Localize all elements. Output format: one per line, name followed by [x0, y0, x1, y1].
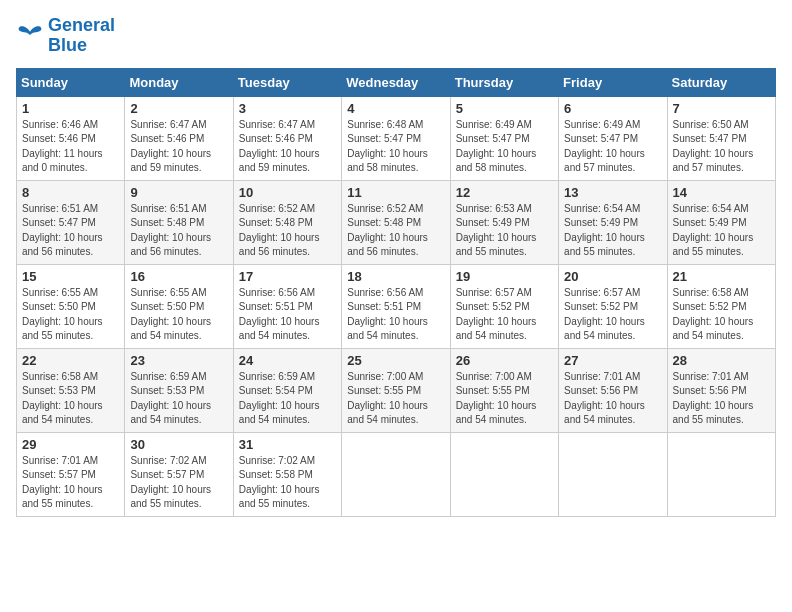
day-info: Sunrise: 6:47 AMSunset: 5:46 PMDaylight:… [130, 118, 227, 176]
day-info: Sunrise: 6:56 AMSunset: 5:51 PMDaylight:… [239, 286, 336, 344]
day-number: 5 [456, 101, 553, 116]
weekday-header: Sunday [17, 68, 125, 96]
day-number: 3 [239, 101, 336, 116]
day-number: 1 [22, 101, 119, 116]
calendar-cell: 26Sunrise: 7:00 AMSunset: 5:55 PMDayligh… [450, 348, 558, 432]
calendar-cell [559, 432, 667, 516]
day-number: 31 [239, 437, 336, 452]
day-info: Sunrise: 6:55 AMSunset: 5:50 PMDaylight:… [130, 286, 227, 344]
day-info: Sunrise: 6:59 AMSunset: 5:54 PMDaylight:… [239, 370, 336, 428]
day-number: 14 [673, 185, 770, 200]
calendar-cell: 4Sunrise: 6:48 AMSunset: 5:47 PMDaylight… [342, 96, 450, 180]
calendar-cell: 22Sunrise: 6:58 AMSunset: 5:53 PMDayligh… [17, 348, 125, 432]
calendar-cell: 11Sunrise: 6:52 AMSunset: 5:48 PMDayligh… [342, 180, 450, 264]
day-number: 7 [673, 101, 770, 116]
calendar-cell: 9Sunrise: 6:51 AMSunset: 5:48 PMDaylight… [125, 180, 233, 264]
day-info: Sunrise: 6:58 AMSunset: 5:52 PMDaylight:… [673, 286, 770, 344]
day-info: Sunrise: 6:49 AMSunset: 5:47 PMDaylight:… [564, 118, 661, 176]
day-info: Sunrise: 6:55 AMSunset: 5:50 PMDaylight:… [22, 286, 119, 344]
calendar-cell: 3Sunrise: 6:47 AMSunset: 5:46 PMDaylight… [233, 96, 341, 180]
day-info: Sunrise: 7:01 AMSunset: 5:56 PMDaylight:… [564, 370, 661, 428]
day-number: 13 [564, 185, 661, 200]
calendar-week-row: 29Sunrise: 7:01 AMSunset: 5:57 PMDayligh… [17, 432, 776, 516]
day-number: 24 [239, 353, 336, 368]
day-number: 15 [22, 269, 119, 284]
day-info: Sunrise: 6:54 AMSunset: 5:49 PMDaylight:… [673, 202, 770, 260]
calendar-cell: 30Sunrise: 7:02 AMSunset: 5:57 PMDayligh… [125, 432, 233, 516]
weekday-header: Monday [125, 68, 233, 96]
day-info: Sunrise: 6:57 AMSunset: 5:52 PMDaylight:… [564, 286, 661, 344]
calendar-cell: 13Sunrise: 6:54 AMSunset: 5:49 PMDayligh… [559, 180, 667, 264]
day-number: 29 [22, 437, 119, 452]
day-info: Sunrise: 6:46 AMSunset: 5:46 PMDaylight:… [22, 118, 119, 176]
day-info: Sunrise: 6:53 AMSunset: 5:49 PMDaylight:… [456, 202, 553, 260]
calendar-cell: 12Sunrise: 6:53 AMSunset: 5:49 PMDayligh… [450, 180, 558, 264]
day-number: 8 [22, 185, 119, 200]
weekday-header: Wednesday [342, 68, 450, 96]
calendar-cell: 21Sunrise: 6:58 AMSunset: 5:52 PMDayligh… [667, 264, 775, 348]
calendar-cell: 18Sunrise: 6:56 AMSunset: 5:51 PMDayligh… [342, 264, 450, 348]
day-info: Sunrise: 7:01 AMSunset: 5:56 PMDaylight:… [673, 370, 770, 428]
day-number: 25 [347, 353, 444, 368]
day-number: 28 [673, 353, 770, 368]
calendar-cell [450, 432, 558, 516]
day-info: Sunrise: 6:51 AMSunset: 5:47 PMDaylight:… [22, 202, 119, 260]
day-info: Sunrise: 6:59 AMSunset: 5:53 PMDaylight:… [130, 370, 227, 428]
day-number: 30 [130, 437, 227, 452]
day-info: Sunrise: 6:49 AMSunset: 5:47 PMDaylight:… [456, 118, 553, 176]
logo: General Blue [16, 16, 115, 56]
day-info: Sunrise: 6:58 AMSunset: 5:53 PMDaylight:… [22, 370, 119, 428]
day-number: 6 [564, 101, 661, 116]
calendar-cell: 14Sunrise: 6:54 AMSunset: 5:49 PMDayligh… [667, 180, 775, 264]
day-info: Sunrise: 6:54 AMSunset: 5:49 PMDaylight:… [564, 202, 661, 260]
weekday-header: Friday [559, 68, 667, 96]
calendar-cell: 20Sunrise: 6:57 AMSunset: 5:52 PMDayligh… [559, 264, 667, 348]
weekday-header: Thursday [450, 68, 558, 96]
day-info: Sunrise: 7:00 AMSunset: 5:55 PMDaylight:… [456, 370, 553, 428]
calendar-cell: 25Sunrise: 7:00 AMSunset: 5:55 PMDayligh… [342, 348, 450, 432]
calendar-cell: 28Sunrise: 7:01 AMSunset: 5:56 PMDayligh… [667, 348, 775, 432]
day-number: 17 [239, 269, 336, 284]
day-info: Sunrise: 7:01 AMSunset: 5:57 PMDaylight:… [22, 454, 119, 512]
calendar-cell: 31Sunrise: 7:02 AMSunset: 5:58 PMDayligh… [233, 432, 341, 516]
calendar-body: 1Sunrise: 6:46 AMSunset: 5:46 PMDaylight… [17, 96, 776, 516]
day-info: Sunrise: 6:52 AMSunset: 5:48 PMDaylight:… [239, 202, 336, 260]
day-info: Sunrise: 6:47 AMSunset: 5:46 PMDaylight:… [239, 118, 336, 176]
day-number: 11 [347, 185, 444, 200]
logo-icon [16, 25, 44, 47]
day-info: Sunrise: 6:52 AMSunset: 5:48 PMDaylight:… [347, 202, 444, 260]
day-info: Sunrise: 6:48 AMSunset: 5:47 PMDaylight:… [347, 118, 444, 176]
calendar-cell [342, 432, 450, 516]
calendar-header-row: SundayMondayTuesdayWednesdayThursdayFrid… [17, 68, 776, 96]
calendar-cell: 1Sunrise: 6:46 AMSunset: 5:46 PMDaylight… [17, 96, 125, 180]
calendar-cell: 23Sunrise: 6:59 AMSunset: 5:53 PMDayligh… [125, 348, 233, 432]
day-info: Sunrise: 7:00 AMSunset: 5:55 PMDaylight:… [347, 370, 444, 428]
calendar-table: SundayMondayTuesdayWednesdayThursdayFrid… [16, 68, 776, 517]
calendar-cell: 6Sunrise: 6:49 AMSunset: 5:47 PMDaylight… [559, 96, 667, 180]
day-info: Sunrise: 6:51 AMSunset: 5:48 PMDaylight:… [130, 202, 227, 260]
calendar-week-row: 8Sunrise: 6:51 AMSunset: 5:47 PMDaylight… [17, 180, 776, 264]
day-number: 23 [130, 353, 227, 368]
day-number: 19 [456, 269, 553, 284]
day-number: 20 [564, 269, 661, 284]
day-number: 22 [22, 353, 119, 368]
calendar-cell: 17Sunrise: 6:56 AMSunset: 5:51 PMDayligh… [233, 264, 341, 348]
calendar-cell [667, 432, 775, 516]
calendar-week-row: 22Sunrise: 6:58 AMSunset: 5:53 PMDayligh… [17, 348, 776, 432]
day-info: Sunrise: 6:56 AMSunset: 5:51 PMDaylight:… [347, 286, 444, 344]
day-number: 18 [347, 269, 444, 284]
calendar-cell: 29Sunrise: 7:01 AMSunset: 5:57 PMDayligh… [17, 432, 125, 516]
day-number: 10 [239, 185, 336, 200]
day-number: 26 [456, 353, 553, 368]
calendar-week-row: 1Sunrise: 6:46 AMSunset: 5:46 PMDaylight… [17, 96, 776, 180]
calendar-cell: 8Sunrise: 6:51 AMSunset: 5:47 PMDaylight… [17, 180, 125, 264]
calendar-cell: 7Sunrise: 6:50 AMSunset: 5:47 PMDaylight… [667, 96, 775, 180]
calendar-cell: 2Sunrise: 6:47 AMSunset: 5:46 PMDaylight… [125, 96, 233, 180]
weekday-header: Saturday [667, 68, 775, 96]
day-number: 27 [564, 353, 661, 368]
calendar-week-row: 15Sunrise: 6:55 AMSunset: 5:50 PMDayligh… [17, 264, 776, 348]
weekday-header: Tuesday [233, 68, 341, 96]
day-number: 16 [130, 269, 227, 284]
calendar-cell: 10Sunrise: 6:52 AMSunset: 5:48 PMDayligh… [233, 180, 341, 264]
day-number: 4 [347, 101, 444, 116]
